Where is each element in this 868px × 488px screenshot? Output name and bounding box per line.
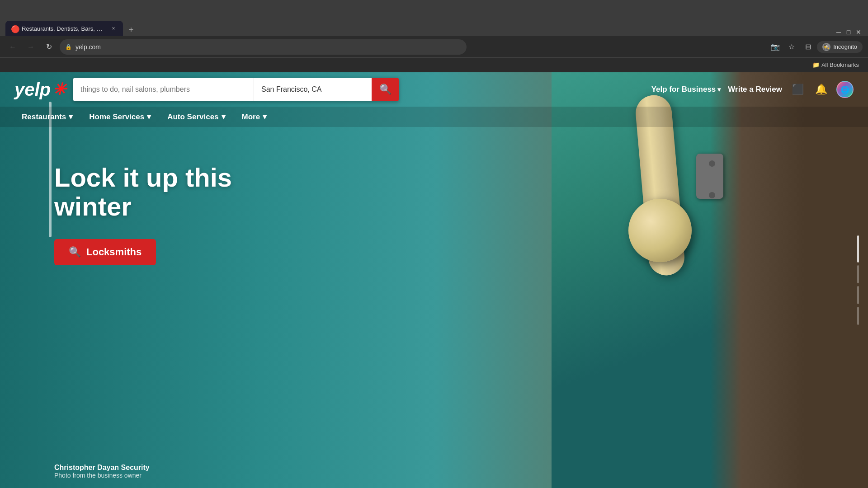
tv-screen-icon[interactable]: ⬛: [789, 81, 806, 98]
notification-bell-icon[interactable]: 🔔: [813, 81, 829, 98]
yelp-logo-icon: ✳: [52, 80, 66, 99]
scroll-dot-3: [857, 286, 859, 304]
restaurants-label: Restaurants: [22, 113, 66, 122]
tab-bar: 🔴 Restaurants, Dentists, Bars, Bea... × …: [0, 19, 868, 36]
incognito-button[interactable]: 🕵 Incognito: [817, 41, 863, 53]
refresh-button[interactable]: ↻: [42, 40, 56, 54]
all-bookmarks-link[interactable]: 📁 All Bookmarks: [809, 61, 863, 69]
restaurants-chevron-icon: ▾: [69, 112, 73, 122]
all-bookmarks-label: All Bookmarks: [821, 61, 859, 68]
yelp-header: yelp ✳ 🔍 Yelp for Business ▾ Write a Rev…: [0, 72, 868, 127]
chevron-down-icon: ▾: [717, 86, 721, 93]
minimize-button[interactable]: ─: [835, 28, 843, 36]
auto-services-label: Auto Services: [167, 113, 218, 122]
more-label: More: [242, 113, 260, 122]
new-tab-button[interactable]: +: [125, 23, 137, 36]
bookmarks-folder-icon: 📁: [812, 61, 820, 68]
scroll-dot-4: [857, 307, 859, 325]
back-button[interactable]: ←: [5, 40, 20, 54]
incognito-icon: 🕵: [822, 43, 830, 51]
photo-credit: Christopher Dayan Security Photo from th…: [54, 464, 150, 479]
write-review-link[interactable]: Write a Review: [728, 85, 782, 94]
tab-close-button[interactable]: ×: [109, 24, 118, 33]
locksmith-search-icon: 🔍: [69, 246, 81, 258]
search-find-input[interactable]: [73, 78, 254, 101]
camera-icon-button[interactable]: 📷: [768, 40, 783, 54]
yelp-logo[interactable]: yelp ✳: [14, 80, 66, 100]
close-window-button[interactable]: ✕: [854, 28, 863, 36]
locksmiths-cta-button[interactable]: 🔍 Locksmiths: [54, 239, 156, 265]
tab-favicon: 🔴: [11, 25, 18, 32]
scroll-dot-2: [857, 265, 859, 283]
search-button[interactable]: 🔍: [372, 78, 399, 101]
search-bar[interactable]: 🔍: [73, 78, 399, 101]
locksmith-btn-label: Locksmiths: [86, 246, 142, 258]
nav-item-auto-services[interactable]: Auto Services ▾: [160, 107, 232, 127]
photo-credit-name: Christopher Dayan Security: [54, 464, 150, 472]
auto-services-chevron-icon: ▾: [222, 112, 226, 122]
active-tab[interactable]: 🔴 Restaurants, Dentists, Bars, Bea... ×: [5, 21, 123, 36]
bookmarks-bar: 📁 All Bookmarks: [0, 58, 868, 72]
avatar[interactable]: 🌐: [836, 81, 854, 98]
nav-item-restaurants[interactable]: Restaurants ▾: [14, 107, 80, 127]
tab-title: Restaurants, Dentists, Bars, Bea...: [22, 25, 106, 32]
hero-title: Lock it up this winter: [54, 163, 244, 221]
more-chevron-icon: ▾: [263, 112, 267, 122]
maximize-button[interactable]: □: [844, 28, 853, 36]
yelp-page: yelp ✳ 🔍 Yelp for Business ▾ Write a Rev…: [0, 72, 868, 488]
home-services-chevron-icon: ▾: [147, 112, 151, 122]
bookmark-star-button[interactable]: ☆: [784, 40, 799, 54]
home-services-label: Home Services: [89, 113, 144, 122]
url-text: yelp.com: [75, 43, 461, 51]
browser-chrome: 🔴 Restaurants, Dentists, Bars, Bea... × …: [0, 0, 868, 72]
yelp-for-business-label: Yelp for Business: [651, 85, 716, 94]
yelp-logo-text: yelp: [14, 80, 51, 100]
split-view-button[interactable]: ⊟: [801, 40, 815, 54]
secure-lock-icon: 🔒: [65, 44, 72, 50]
address-bar[interactable]: 🔒 yelp.com: [60, 39, 467, 55]
nav-bar: ← → ↻ 🔒 yelp.com 📷 ☆ ⊟ 🕵 Incognito: [0, 36, 868, 58]
hero-content: Lock it up this winter 🔍 Locksmiths: [0, 127, 868, 265]
main-navigation: Restaurants ▾ Home Services ▾ Auto Servi…: [0, 107, 868, 127]
avatar-icon: 🌐: [840, 85, 849, 94]
nav-item-home-services[interactable]: Home Services ▾: [82, 107, 158, 127]
nav-right-controls: 📷 ☆ ⊟ 🕵 Incognito: [768, 40, 863, 54]
title-bar: [0, 0, 868, 19]
incognito-label: Incognito: [833, 43, 857, 50]
yelp-nav-right: Yelp for Business ▾ Write a Review ⬛ 🔔 🌐: [651, 81, 854, 98]
search-icon: 🔍: [379, 84, 392, 95]
forward-button[interactable]: →: [24, 40, 38, 54]
nav-item-more[interactable]: More ▾: [235, 107, 274, 127]
yelp-for-business-link[interactable]: Yelp for Business ▾: [651, 85, 721, 94]
yelp-nav: yelp ✳ 🔍 Yelp for Business ▾ Write a Rev…: [0, 72, 868, 107]
photo-credit-sub: Photo from the business owner: [54, 472, 150, 479]
search-location-input[interactable]: [254, 78, 372, 101]
